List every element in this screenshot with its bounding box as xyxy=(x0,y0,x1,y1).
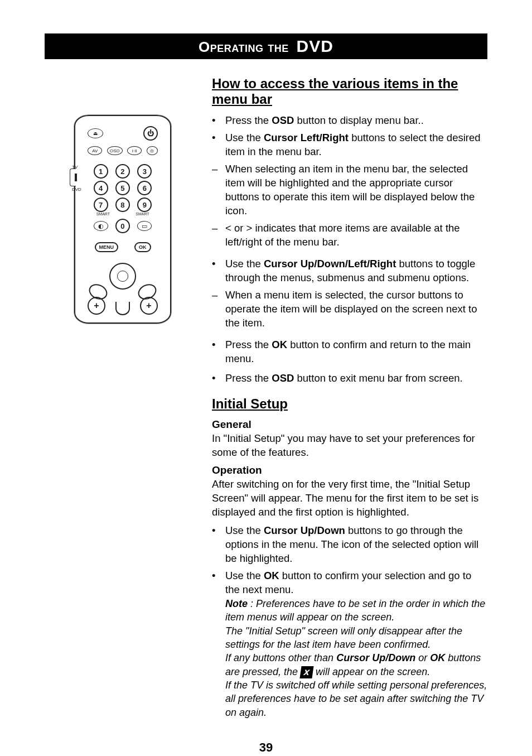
digit-7: 7 xyxy=(94,198,108,212)
digit-6: 6 xyxy=(137,181,152,195)
section2-list: • Use the Cursor Up/Down buttons to go t… xyxy=(212,524,487,719)
general-label: General xyxy=(212,418,487,431)
title-left: Operating the xyxy=(199,38,289,55)
list-item: • Use the Cursor Up/Down buttons to go t… xyxy=(212,524,487,566)
digit-5: 5 xyxy=(115,181,130,195)
digit-3: 3 xyxy=(137,164,152,179)
digit-2: 2 xyxy=(115,164,130,179)
bottom-arc-icon xyxy=(115,302,130,315)
smart-label-left: SMART xyxy=(96,212,110,216)
remote-control-illustration: TV DVD ⏏ ⏻ AV OSD I·II ◎ 1 2 3 xyxy=(74,115,171,324)
ch-plus-icon: + xyxy=(140,297,158,315)
digit-1: 1 xyxy=(94,164,108,179)
page-number: 39 xyxy=(45,740,487,755)
digit-4: 4 xyxy=(94,181,108,195)
general-text: In "Initial Setup" you may have to set y… xyxy=(212,432,487,460)
digit-9: 9 xyxy=(137,198,152,212)
list-item: • Press the OSD button to exit menu bar … xyxy=(212,372,487,386)
smart-picture-icon: ◐ xyxy=(94,221,108,231)
list-item: – < or > indicates that more items are a… xyxy=(212,221,487,249)
stereo-button-icon: I·II xyxy=(127,146,142,155)
section2-heading: Initial Setup xyxy=(212,396,487,412)
ok-button-icon: OK xyxy=(134,242,151,252)
list-item: • Use the Cursor Up/Down/Left/Right butt… xyxy=(212,257,487,285)
operation-text: After switching on for the very first ti… xyxy=(212,478,487,519)
title-bar: Operating the DVD xyxy=(45,33,487,59)
section1-heading: How to access the various items in the m… xyxy=(212,76,487,107)
list-item: – When selecting an item in the menu bar… xyxy=(212,162,487,218)
x-icon: x xyxy=(300,666,314,678)
list-item: • Use the OK button to confirm your sele… xyxy=(212,569,487,719)
digit-8: 8 xyxy=(115,198,130,212)
vol-plus-icon: + xyxy=(88,297,105,315)
menu-button-icon: MENU xyxy=(95,242,119,252)
av-button-icon: AV xyxy=(88,146,102,155)
operation-label: Operation xyxy=(212,464,487,476)
note-block: Note : Preferences have to be set in the… xyxy=(225,597,487,719)
list-item: • Press the OSD button to display menu b… xyxy=(212,114,487,128)
power-button-icon: ⏻ xyxy=(143,126,158,141)
eject-button-icon: ⏏ xyxy=(88,128,103,138)
osd-button-icon: OSD xyxy=(107,146,123,155)
title-right: DVD xyxy=(291,37,333,55)
digit-0: 0 xyxy=(115,219,130,233)
disc-button-icon: ◎ xyxy=(147,146,158,155)
smart-label-right: SMART xyxy=(136,212,149,216)
section1-list: • Press the OSD button to display menu b… xyxy=(212,114,487,385)
widescreen-icon: ▭ xyxy=(137,221,152,231)
list-item: • Press the OK button to confirm and ret… xyxy=(212,338,487,366)
list-item: – When a menu item is selected, the curs… xyxy=(212,288,487,330)
dpad-icon xyxy=(109,263,136,290)
list-item: • Use the Cursor Left/Right buttons to s… xyxy=(212,131,487,159)
